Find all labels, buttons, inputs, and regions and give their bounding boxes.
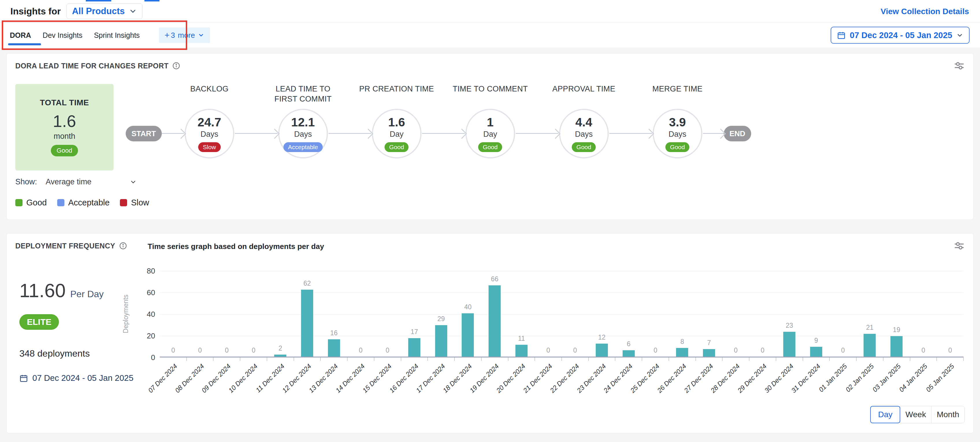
lead-time-card-title: DORA LEAD TIME FOR CHANGES REPORT xyxy=(15,62,169,70)
bar-value-label: 7 xyxy=(707,339,711,347)
x-axis-tick xyxy=(856,358,857,361)
bar[interactable] xyxy=(435,325,447,356)
gridline xyxy=(160,271,964,271)
bar-value-label: 0 xyxy=(573,347,577,354)
tab-dora[interactable]: DORA xyxy=(10,23,31,48)
period-toggle: Day Week Month xyxy=(142,406,965,423)
bar-value-label: 0 xyxy=(359,347,363,354)
show-dropdown[interactable]: Show: Average time xyxy=(15,177,137,186)
x-axis-tick xyxy=(535,358,535,361)
calendar-icon xyxy=(837,31,846,40)
stage-unit: Days xyxy=(668,130,686,139)
bar[interactable] xyxy=(623,350,635,357)
top-bar: Insights for All Products View Collectio… xyxy=(0,0,980,22)
bar-value-label: 2 xyxy=(278,344,282,352)
period-week-button[interactable]: Week xyxy=(900,406,931,423)
y-axis-tick: 60 xyxy=(138,288,155,297)
date-range-picker[interactable]: 07 Dec 2024 - 05 Jan 2025 xyxy=(830,27,970,44)
x-axis-tick xyxy=(347,358,348,361)
total-time-label: TOTAL TIME xyxy=(40,98,89,107)
x-axis-tick xyxy=(668,358,669,361)
tab-bar: DORA Dev Insights Sprint Insights + 3 mo… xyxy=(0,22,980,48)
bar[interactable] xyxy=(462,313,474,356)
x-axis-tick xyxy=(749,358,749,361)
bar-value-label: 8 xyxy=(680,338,684,345)
plus-icon: + xyxy=(165,30,170,40)
cropped-link-fragment xyxy=(145,0,159,2)
status-badge: Good xyxy=(665,142,689,152)
stage-circle: 1.6DayGood xyxy=(372,109,422,158)
status-badge: Slow xyxy=(198,142,221,152)
bar[interactable] xyxy=(596,344,608,356)
view-collection-details-link[interactable]: View Collection Details xyxy=(881,7,969,16)
flow-arrow xyxy=(328,133,371,134)
stage-circle: 4.4DaysGood xyxy=(559,109,609,158)
date-range-value: 07 Dec 2024 - 05 Jan 2025 xyxy=(850,30,952,40)
stage-unit: Days xyxy=(294,130,312,139)
elite-badge: ELITE xyxy=(19,314,59,330)
x-axis-tick xyxy=(722,358,722,361)
legend-swatch xyxy=(120,199,127,206)
stage-pr-creation-time: PR CREATION TIME1.6DayGood xyxy=(371,84,422,171)
x-axis-tick xyxy=(829,358,830,361)
bar[interactable] xyxy=(891,336,902,356)
bar[interactable] xyxy=(676,348,688,356)
bar-value-label: 0 xyxy=(948,347,952,354)
deployment-count: 348 deployments xyxy=(19,348,142,359)
more-tabs-chip[interactable]: + 3 more xyxy=(159,27,210,43)
x-axis-tick xyxy=(294,358,294,361)
info-icon[interactable] xyxy=(119,242,127,250)
x-axis-tick xyxy=(427,358,428,361)
x-axis-tick xyxy=(695,358,696,361)
bar[interactable] xyxy=(328,339,340,356)
x-axis-tick xyxy=(374,358,374,361)
legend-item-slow: Slow xyxy=(120,198,149,208)
x-axis-tick xyxy=(320,358,321,361)
bar[interactable] xyxy=(810,347,822,356)
period-month-button[interactable]: Month xyxy=(931,406,965,423)
tab-sprint-insights[interactable]: Sprint Insights xyxy=(94,23,140,48)
main-content: DORA LEAD TIME FOR CHANGES REPORT TOTAL … xyxy=(0,48,980,442)
bar[interactable] xyxy=(703,349,715,356)
show-value: Average time xyxy=(46,177,92,186)
x-axis-tick xyxy=(562,358,562,361)
bar[interactable] xyxy=(864,334,876,356)
status-badge: Acceptable xyxy=(283,142,323,152)
x-axis-label: 02 Jan 2025 xyxy=(844,362,875,394)
chart-settings-sliders-icon[interactable] xyxy=(954,241,965,251)
bar-value-label: 0 xyxy=(841,347,845,354)
bar-value-label: 0 xyxy=(386,347,390,354)
x-axis-tick xyxy=(642,358,642,361)
bar[interactable] xyxy=(301,290,313,357)
y-axis-label: Deployments xyxy=(122,294,130,333)
period-day-button[interactable]: Day xyxy=(870,406,900,423)
x-axis-tick xyxy=(883,358,883,361)
bar[interactable] xyxy=(515,345,528,356)
x-axis-tick xyxy=(401,358,401,361)
product-selector[interactable]: All Products xyxy=(67,3,142,19)
x-axis-tick xyxy=(186,358,187,361)
gridline xyxy=(160,293,964,293)
x-axis-tick xyxy=(910,358,910,361)
tab-dev-insights[interactable]: Dev Insights xyxy=(43,23,83,48)
deployments-bar-chart: Deployments 020406080007 Dec 2024008 Dec… xyxy=(142,255,965,423)
bar-value-label: 19 xyxy=(893,326,900,334)
bar[interactable] xyxy=(408,338,420,356)
stage-lead-time-to-first-commit: LEAD TIME TO FIRST COMMIT12.1DaysAccepta… xyxy=(278,84,328,171)
bar[interactable] xyxy=(274,355,286,357)
x-axis-tick xyxy=(963,358,964,361)
bar-value-label: 0 xyxy=(251,347,255,354)
bar[interactable] xyxy=(488,285,501,357)
chart-settings-sliders-icon[interactable] xyxy=(954,61,965,71)
bar[interactable] xyxy=(783,332,795,356)
chevron-down-icon xyxy=(130,179,137,185)
y-axis-tick: 0 xyxy=(138,353,155,362)
deployment-stats: 11.60 Per Day ELITE 348 deployments 07 D… xyxy=(15,255,142,423)
legend-item-acceptable: Acceptable xyxy=(57,198,110,208)
info-icon[interactable] xyxy=(172,62,180,70)
status-badge: Good xyxy=(572,142,596,152)
bar-value-label: 6 xyxy=(627,340,630,348)
stage-label: PR CREATION TIME xyxy=(359,84,434,109)
flow-arrow xyxy=(609,133,652,134)
x-axis-tick xyxy=(803,358,803,361)
